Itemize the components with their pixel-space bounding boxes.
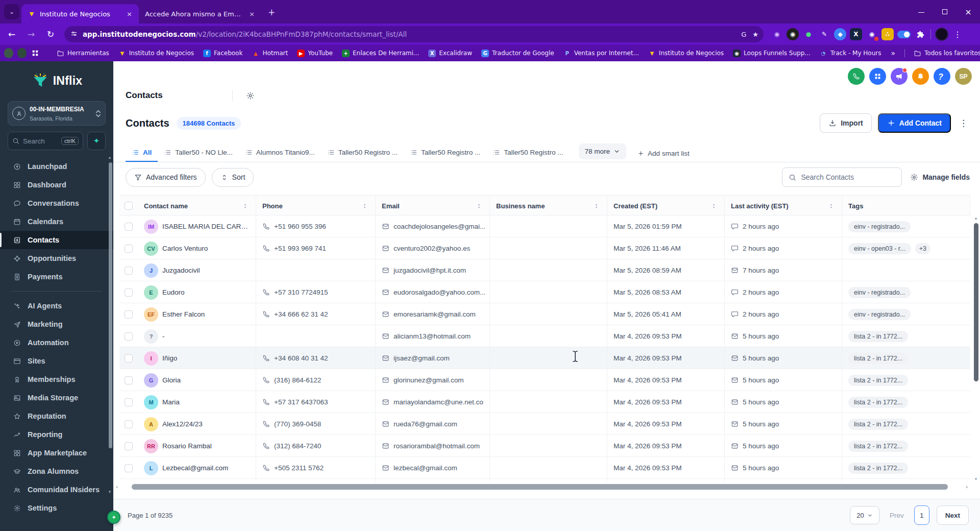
tag-pill[interactable]: lista 2 - in 1772... [848,331,908,342]
column-header[interactable]: Contact name [138,196,256,216]
table-row[interactable]: L Lezbecal@gmail.com +505 2311 5762 lezb… [119,457,970,479]
contact-name[interactable]: Juzgadocivil [162,267,200,274]
bookmark-item[interactable]: Herramientas [52,50,114,57]
sidebar-item[interactable]: Comunidad INsiders [0,480,113,499]
contact-name[interactable]: Lezbecal@gmail.com [162,464,228,472]
contact-name[interactable]: Maria [162,398,180,406]
quick-launch-button[interactable]: ✦ [87,132,106,150]
phone-launcher[interactable] [848,68,865,85]
contacts-settings-gear-icon[interactable] [246,91,255,100]
table-row[interactable]: E Eudoro +57 310 7724915 eudorosalgado@y… [119,281,970,303]
tag-pill[interactable]: einv - registrado... [848,221,911,232]
advanced-filters-button[interactable]: Advanced filters [126,168,206,187]
table-row[interactable]: IM ISABEL MARIA DEL CARME... +51 960 955… [119,215,970,237]
notifications-bell[interactable] [912,68,929,85]
back-button[interactable]: ← [4,27,19,42]
tag-pill[interactable]: einv - open03 - r... [848,243,911,254]
tag-pill[interactable]: einv - registrado... [848,309,911,320]
sidebar-item[interactable]: Zona Alumnos [0,462,113,480]
contact-name[interactable]: Carlos Venturo [162,245,208,252]
tag-pill[interactable]: lista 2 - in 1772... [848,375,908,386]
site-settings-icon[interactable] [70,30,78,39]
bookmark-item[interactable]: ▼ Instituto de Negocios [114,50,199,57]
import-button[interactable]: Import [820,113,872,133]
bookmark-pill[interactable] [4,48,13,58]
tab-search-button[interactable]: ⌄ [4,4,19,19]
caret-icon[interactable] [593,203,600,209]
bookmark-item[interactable]: ▼ Instituto de Negocios [644,50,728,57]
table-row[interactable]: ? - alicianm13@hotmail.com [119,325,970,347]
sidebar-item[interactable]: Dashboard [0,176,113,194]
sidebar-item[interactable]: Payments [0,268,113,286]
bookmarks-overflow-icon[interactable]: » [886,49,901,57]
smart-list-tab[interactable]: Taller50 Registro ... [321,144,404,162]
window-close-button[interactable]: × [957,0,980,23]
pen[interactable]: ✎ [818,28,830,40]
table-row[interactable]: A Alex12/24/23 (770) 369-0458 rueda76@gm… [119,413,970,435]
table-vertical-scrollbar[interactable]: ▲ ▼ [973,216,979,481]
address-bar[interactable]: app.institutodenegocios.com /v2/location… [64,26,764,42]
row-checkbox[interactable] [125,288,133,297]
x-app[interactable]: X [850,28,862,40]
bookmark-item[interactable]: P Ventas por Internet... [559,50,644,57]
bookmark-item[interactable]: ▲ Hotmart [247,50,292,57]
row-checkbox[interactable] [125,442,133,450]
browser-profile-avatar[interactable] [935,28,948,41]
tag-extra-count[interactable]: +3 [915,243,930,254]
sidebar-item[interactable]: AI Agents [0,297,113,315]
contact-name[interactable]: Eudoro [162,288,185,296]
caret-icon[interactable] [361,203,368,209]
window-maximize-button[interactable] [933,0,957,23]
help[interactable]: ? [934,68,950,85]
tag-pill[interactable]: lista 2 - in 1772... [848,397,908,408]
translate-icon[interactable]: G [741,31,746,38]
smart-list-tab[interactable]: Alumnos Titanio9... [239,144,321,162]
manage-fields-button[interactable]: Manage fields [910,173,970,181]
location-switcher[interactable]: 00-IN-MEMBRESIA Sarasota, Florida [8,101,106,126]
contact-name[interactable]: Iñigo [162,354,177,362]
add-smart-list-button[interactable]: Add smart list [632,145,695,162]
row-checkbox[interactable] [125,223,133,231]
keeper[interactable]: ∴ [881,28,894,40]
bookmark-item[interactable]: ◔ Track - My Hours [815,50,886,57]
contact-name[interactable]: Alex12/24/23 [162,420,203,428]
column-header[interactable]: Business name [490,196,607,216]
sidebar-item[interactable]: Automation [0,333,113,352]
next-page-button[interactable]: Next [937,505,969,525]
row-checkbox[interactable] [125,245,133,253]
contact-name[interactable]: ISABEL MARIA DEL CARME... [162,223,250,230]
sort-button[interactable]: Sort [212,168,254,187]
row-checkbox[interactable] [125,420,133,428]
tag-pill[interactable]: lista 2 - in 1772... [848,353,908,364]
sidebar-item[interactable]: Calendars [0,212,113,231]
sidebar-item[interactable]: Contacts [0,231,113,249]
column-header[interactable]: Last activity (EST) [725,196,842,216]
profile-avatar[interactable]: SP [955,68,972,85]
caret-icon[interactable] [242,203,249,209]
smart-list-tab[interactable]: Taller50 Registro ... [486,144,569,162]
table-row[interactable]: I Iñigo +34 608 40 31 42 ijsaez@gmail.co… [119,347,970,369]
bookmark-item[interactable]: G Traductor de Google [477,50,559,57]
table-row[interactable]: G Gloria (316) 864-6122 glorinunez@gmail… [119,369,970,391]
sidebar-item[interactable]: Sites [0,352,113,370]
browser-menu-icon[interactable]: ⋮ [948,30,969,39]
smart-list-tab[interactable]: Taller50 - NO Lle... [158,144,239,162]
column-header[interactable]: Created (EST) [607,196,725,216]
tag-pill[interactable]: lista 2 - in 1772... [848,419,908,430]
apps-grid-icon[interactable] [32,50,39,57]
smart-list-tab[interactable]: All [126,144,158,162]
contact-name[interactable]: Rosario Rambal [162,442,212,450]
new-tab-button[interactable]: + [264,5,279,19]
bookmark-pill[interactable] [17,48,27,58]
brand-logo[interactable]: INflix [0,61,113,93]
bookmark-item[interactable]: ◉ Loops Funnels Supp... [728,50,815,57]
sidebar-item[interactable]: Settings [0,499,113,517]
window-minimize-button[interactable]: — [910,0,933,23]
sidebar-search-input[interactable]: Search ctrlK [8,132,83,150]
row-checkbox[interactable] [125,267,133,275]
sidebar-scrollbar[interactable]: ▲ ▼ [109,156,112,493]
bookmark-item[interactable]: f Facebook [199,50,247,57]
browser-tab[interactable]: ▼ Instituto de Negocios × [21,4,139,23]
row-checkbox[interactable] [125,310,133,319]
vpn-toggle[interactable] [897,31,911,38]
